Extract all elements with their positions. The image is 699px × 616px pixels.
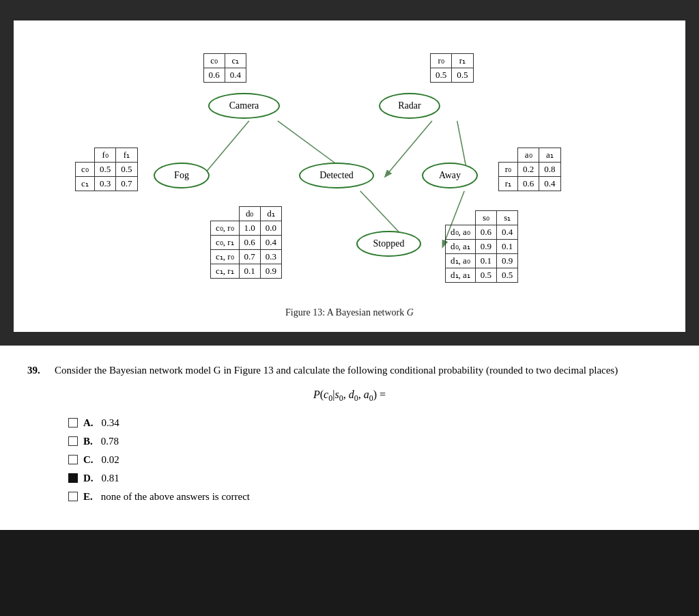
radar-node: Radar	[379, 93, 440, 119]
figure-section: Camera Radar Fog Detected Away	[0, 0, 699, 346]
away-cpt: a₀ a₁ r₀ 0.2 0.8 r₁ 0.6 0.4	[498, 148, 561, 191]
option-d[interactable]: D. 0.81	[68, 473, 672, 484]
answer-options: A. 0.34 B. 0.78 C. 0.02 D. 0.81 E. n	[27, 417, 672, 503]
option-b[interactable]: B. 0.78	[68, 436, 672, 447]
detected-node: Detected	[299, 163, 374, 188]
option-b-label: B.	[83, 436, 93, 447]
fog-cpt: f₀ f₁ c₀ 0.5 0.5 c₁ 0.3 0.7	[75, 148, 138, 191]
camera-prior-table: c₀ c₁ 0.6 0.4	[184, 53, 246, 83]
option-e[interactable]: E. none of the above answers is correct	[68, 491, 672, 503]
option-d-label: D.	[83, 473, 94, 484]
formula-line: P(c0|s0, d0, a0) =	[27, 389, 672, 404]
stopped-cpt: s₀ s₁ d₀, a₀ 0.6 0.4 d₀, a₁ 0.9 0.1 d₁	[445, 210, 518, 283]
question-text: Consider the Bayesian network model G in…	[55, 363, 672, 378]
option-e-value: none of the above answers is correct	[101, 491, 250, 503]
question-number: 39.	[27, 363, 48, 378]
option-c-label: C.	[83, 454, 94, 466]
option-e-label: E.	[83, 491, 93, 503]
radar-prior-table: r₀ r₁ 0.5 0.5	[430, 53, 474, 83]
checkbox-b[interactable]	[68, 436, 78, 446]
figure-caption: Figure 13: A Bayesian network G	[41, 307, 658, 318]
option-c[interactable]: C. 0.02	[68, 454, 672, 466]
checkbox-e[interactable]	[68, 492, 78, 501]
page-container: Camera Radar Fog Detected Away	[0, 0, 699, 530]
option-a-label: A.	[83, 417, 94, 429]
option-a[interactable]: A. 0.34	[68, 417, 672, 429]
option-c-value: 0.02	[102, 454, 119, 466]
away-node: Away	[422, 163, 478, 188]
svg-line-0	[203, 121, 249, 176]
option-b-value: 0.78	[101, 436, 119, 447]
option-a-value: 0.34	[102, 417, 119, 429]
detected-cpt: d₀ d₁ c₀, r₀ 1.0 0.0 c₀, r₁ 0.6 0.4 c₁	[210, 206, 282, 279]
bayesian-network-diagram: Camera Radar Fog Detected Away	[41, 41, 658, 300]
svg-line-2	[386, 121, 432, 176]
checkbox-a[interactable]	[68, 418, 78, 428]
fog-node: Fog	[154, 163, 210, 188]
checkbox-d[interactable]	[68, 473, 78, 483]
checkbox-c[interactable]	[68, 455, 78, 464]
option-d-value: 0.81	[102, 473, 119, 484]
figure-inner: Camera Radar Fog Detected Away	[14, 20, 685, 332]
stopped-node: Stopped	[356, 231, 421, 257]
camera-node: Camera	[208, 93, 280, 119]
question-section: 39. Consider the Bayesian network model …	[0, 346, 699, 530]
question-header: 39. Consider the Bayesian network model …	[27, 363, 672, 378]
